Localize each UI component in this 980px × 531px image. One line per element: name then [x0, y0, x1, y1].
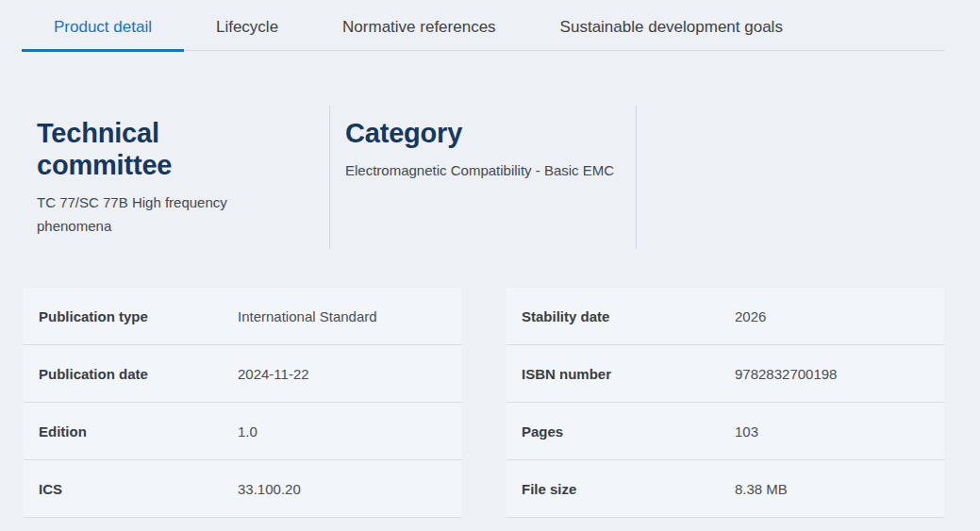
detail-value: 9782832700198: [735, 366, 837, 382]
tab-product-detail[interactable]: Product detail: [22, 0, 184, 52]
card-text-category: Electromagnetic Compatibility - Basic EM…: [345, 158, 617, 182]
card-title-technical-committee: Technical committee: [37, 117, 282, 181]
detail-row-ics: ICS 33.100.20: [24, 460, 461, 518]
detail-label: Stability date: [522, 308, 735, 324]
detail-label: Publication type: [39, 308, 238, 324]
detail-label: Pages: [522, 423, 735, 440]
detail-tables: Publication type International Standard …: [24, 288, 944, 518]
tab-normative-references[interactable]: Normative references: [310, 0, 528, 52]
detail-label: Publication date: [39, 366, 238, 382]
tab-sustainable-development-goals[interactable]: Sustainable development goals: [528, 0, 815, 52]
detail-row-file-size: File size 8.38 MB: [507, 460, 944, 518]
detail-label: ICS: [39, 481, 238, 497]
detail-value: 1.0: [238, 423, 257, 440]
card-empty: [637, 106, 944, 249]
detail-value: 8.38 MB: [735, 481, 788, 497]
detail-row-pages: Pages 103: [507, 403, 944, 460]
tab-bar: Product detail Lifecycle Normative refer…: [22, 0, 944, 51]
detail-label: Edition: [39, 423, 238, 440]
product-detail-page: Product detail Lifecycle Normative refer…: [0, 0, 980, 531]
info-cards: Technical committee TC 77/SC 77B High fr…: [22, 106, 944, 249]
card-title-category: Category: [345, 117, 590, 149]
detail-value: 33.100.20: [238, 481, 301, 497]
detail-value: International Standard: [238, 308, 377, 324]
detail-row-publication-date: Publication date 2024-11-22: [24, 345, 461, 403]
detail-value: 2026: [735, 308, 766, 324]
detail-row-isbn-number: ISBN number 9782832700198: [507, 345, 944, 403]
detail-table-left: Publication type International Standard …: [24, 288, 461, 518]
detail-label: ISBN number: [522, 366, 735, 382]
detail-label: File size: [522, 481, 735, 497]
card-category: Category Electromagnetic Compatibility -…: [329, 106, 637, 249]
detail-table-right: Stability date 2026 ISBN number 97828327…: [507, 288, 944, 518]
detail-row-publication-type: Publication type International Standard: [24, 288, 461, 345]
detail-value: 2024-11-22: [238, 366, 309, 382]
detail-row-edition: Edition 1.0: [24, 403, 461, 460]
card-text-technical-committee: TC 77/SC 77B High frequency phenomena: [37, 191, 282, 238]
tab-lifecycle[interactable]: Lifecycle: [184, 0, 310, 52]
card-technical-committee: Technical committee TC 77/SC 77B High fr…: [22, 106, 329, 249]
detail-row-stability-date: Stability date 2026: [507, 288, 944, 345]
detail-value: 103: [735, 423, 758, 440]
